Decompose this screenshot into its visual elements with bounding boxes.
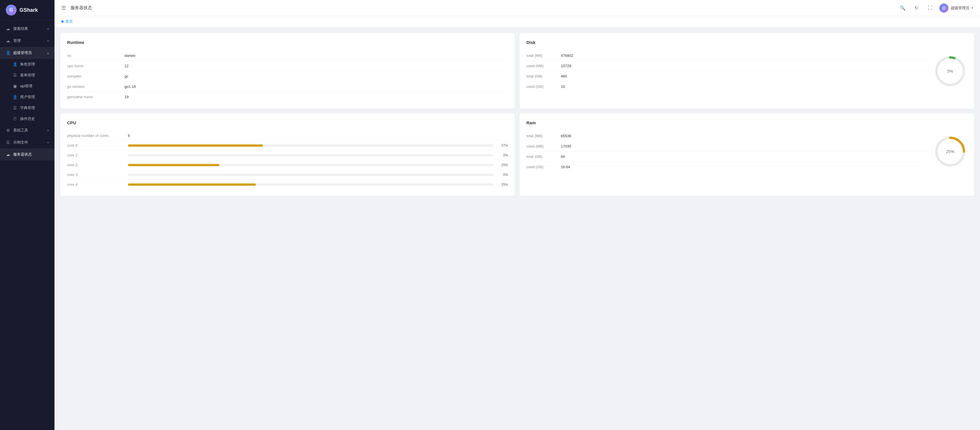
- history-icon: ⏱: [13, 117, 17, 121]
- cpu-core-row: core 2: 25%: [67, 160, 508, 170]
- runtime-row: go version:go1.16: [67, 82, 508, 92]
- sidebar-item-tools[interactable]: ⚙ 系统工具 ▾: [0, 124, 54, 136]
- chevron-down-icon-4: ▾: [47, 141, 49, 144]
- ram-card: Ram total (MB)65536used (MB)17035total (…: [520, 113, 974, 196]
- sidebar-item-examples[interactable]: ☰ 示例文件 ▾: [0, 136, 54, 149]
- sidebar-logo: G GShark: [0, 0, 54, 21]
- disk-content: total (MB)476802used (MB)10729total (GB)…: [527, 51, 967, 91]
- main-content: ☰ 服务器状态 🔍 ↻ ⛶ 超 超级管理员 ▾ 首页 Runtime os:da…: [54, 0, 980, 430]
- sidebar-item-dict[interactable]: ☰ 字典管理: [0, 102, 54, 113]
- chevron-down-icon-2: ▾: [47, 39, 49, 43]
- sidebar: G GShark ☁ 搜索结果 ▾ ☁ 管理 ▾ 👤 超级管理员 ▴: [0, 0, 54, 430]
- user-area[interactable]: 超 超级管理员 ▾: [939, 3, 973, 13]
- sidebar-label-examples: 示例文件: [13, 140, 28, 145]
- user-icon: 👤: [6, 51, 10, 55]
- dict-icon: ☰: [13, 106, 17, 110]
- chevron-down-icon-3: ▾: [47, 129, 49, 132]
- runtime-rows: os:darwincpu nums:12compiler:gcgo versio…: [67, 51, 508, 102]
- header-actions: 🔍 ↻ ⛶ 超 超级管理员 ▾: [898, 3, 973, 13]
- ram-content: total (MB)65536used (MB)17035total (GB)6…: [527, 131, 967, 172]
- sidebar-menu: ☁ 搜索结果 ▾ ☁ 管理 ▾ 👤 超级管理员 ▴ 👤 角色管理: [0, 21, 54, 430]
- sidebar-item-api[interactable]: ▣ api管理: [0, 81, 54, 91]
- cpu-bar-container: [128, 144, 493, 147]
- disk-rows: total (MB)476802used (MB)10729total (GB)…: [527, 51, 927, 91]
- sidebar-label-user: 用户管理: [20, 94, 35, 100]
- cpu-core-row: core 0: 37%: [67, 141, 508, 150]
- sidebar-item-user[interactable]: 👤 用户管理: [0, 91, 54, 102]
- cpu-core-row: core 1: 0%: [67, 150, 508, 160]
- sidebar-label-search: 搜索结果: [13, 26, 28, 31]
- page-title: 服务器状态: [70, 5, 92, 11]
- ram-card-title: Ram: [527, 120, 967, 125]
- cloud-icon-2: ☁: [6, 38, 10, 43]
- disk-card: Disk total (MB)476802used (MB)10729total…: [520, 33, 974, 109]
- cpu-bar-container: [128, 154, 493, 157]
- ram-row: used (MB)17035: [527, 141, 927, 152]
- cloud-icon: ☁: [6, 26, 10, 31]
- ram-rows: total (MB)65536used (MB)17035total (GB)6…: [527, 131, 927, 172]
- refresh-button[interactable]: ↻: [912, 3, 921, 13]
- cards-grid: Runtime os:darwincpu nums:12compiler:gcg…: [60, 33, 974, 196]
- api-icon: ▣: [13, 84, 17, 88]
- user-avatar: 超: [939, 3, 948, 13]
- cpu-bar: [128, 164, 220, 166]
- cpu-bar: [128, 184, 256, 186]
- logo-name: GShark: [19, 7, 38, 13]
- cpu-core-row: core 3: 0%: [67, 170, 508, 180]
- sidebar-label-manage: 管理: [13, 38, 21, 43]
- sidebar-item-role[interactable]: 👤 角色管理: [0, 59, 54, 70]
- breadcrumb: 首页: [54, 16, 980, 27]
- cpu-bar: [128, 144, 263, 147]
- sidebar-label-menu: 菜单管理: [20, 73, 35, 78]
- cpu-bar-container: [128, 184, 493, 186]
- disk-row: used (MB)10729: [527, 61, 927, 71]
- ram-gauge: 25%: [933, 134, 967, 169]
- sidebar-label-server: 服务器状态: [13, 152, 32, 157]
- user-icon-2: 👤: [13, 95, 17, 99]
- hamburger-icon[interactable]: ☰: [61, 5, 66, 11]
- ram-row: total (GB)64: [527, 152, 927, 162]
- disk-card-title: Disk: [527, 40, 967, 45]
- sidebar-label-tools: 系统工具: [13, 128, 28, 133]
- chevron-up-icon: ▴: [47, 51, 49, 54]
- fullscreen-button[interactable]: ⛶: [926, 3, 935, 13]
- breadcrumb-dot: [61, 21, 64, 23]
- breadcrumb-text[interactable]: 首页: [65, 19, 73, 24]
- sidebar-label-history: 操作历史: [20, 116, 35, 121]
- runtime-row: cpu nums:12: [67, 61, 508, 71]
- content-area: Runtime os:darwincpu nums:12compiler:gcg…: [54, 27, 980, 430]
- disk-row: used (GB)10: [527, 82, 927, 91]
- tools-icon: ⚙: [6, 128, 10, 133]
- ram-row: used (GB)16.64: [527, 162, 927, 172]
- cpu-card: CPU physical number of cores: 6 core 0: …: [60, 113, 515, 196]
- sidebar-item-manage[interactable]: ☁ 管理 ▾: [0, 35, 54, 47]
- sidebar-item-menu[interactable]: ☰ 菜单管理: [0, 70, 54, 81]
- sidebar-item-history[interactable]: ⏱ 操作历史: [0, 113, 54, 124]
- role-icon: 👤: [13, 62, 17, 67]
- logo-avatar: G: [6, 5, 17, 16]
- ram-row: total (MB)65536: [527, 131, 927, 141]
- user-chevron-icon: ▾: [972, 6, 973, 10]
- header: ☰ 服务器状态 🔍 ↻ ⛶ 超 超级管理员 ▾: [54, 0, 980, 16]
- sidebar-label-dict: 字典管理: [20, 106, 35, 110]
- cpu-cores-row: physical number of cores: 6: [67, 131, 508, 141]
- cpu-bar-container: [128, 164, 493, 166]
- cpu-card-title: CPU: [67, 120, 508, 125]
- sidebar-item-search[interactable]: ☁ 搜索结果 ▾: [0, 23, 54, 35]
- sidebar-label-super-admin: 超级管理员: [13, 50, 32, 55]
- runtime-card-title: Runtime: [67, 40, 508, 45]
- user-name: 超级管理员: [951, 5, 969, 11]
- disk-gauge-label: 5%: [947, 69, 953, 74]
- sidebar-item-server[interactable]: ☁ 服务器状态: [0, 149, 54, 160]
- server-icon: ☁: [6, 152, 10, 157]
- cpu-cores-value: 6: [128, 133, 130, 138]
- sidebar-label-role: 角色管理: [20, 62, 35, 67]
- runtime-card: Runtime os:darwincpu nums:12compiler:gcg…: [60, 33, 515, 109]
- menu-icon: ☰: [13, 73, 17, 77]
- cpu-bar-container: [128, 174, 493, 176]
- cpu-core-row: core 4: 35%: [67, 180, 508, 189]
- sidebar-item-super-admin[interactable]: 👤 超级管理员 ▴: [0, 47, 54, 59]
- cpu-cores-label: physical number of cores:: [67, 133, 124, 138]
- examples-icon: ☰: [6, 140, 10, 145]
- search-button[interactable]: 🔍: [898, 3, 907, 13]
